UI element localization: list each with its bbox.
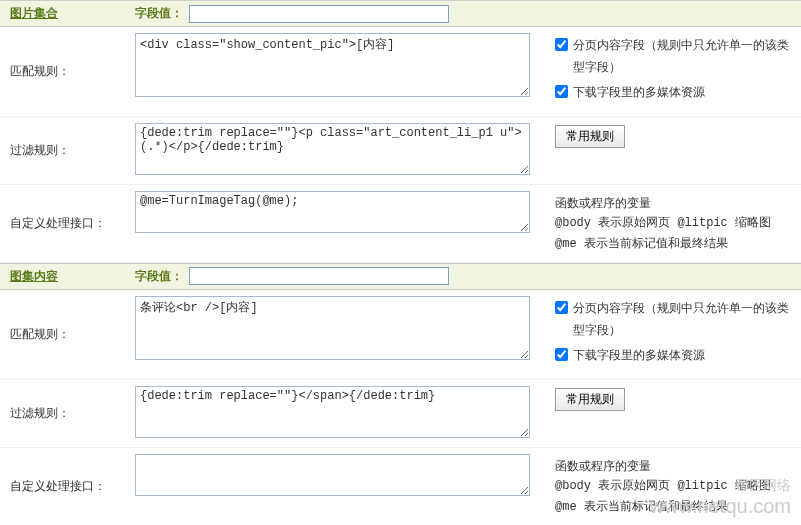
custom-handler-row: 自定义处理接口： 函数或程序的变量 @body 表示原始网页 @litpic 缩… — [0, 448, 801, 525]
filter-rule-textarea[interactable] — [135, 386, 530, 438]
page-content-field-checkbox[interactable] — [555, 38, 568, 51]
filter-rule-content — [135, 117, 535, 184]
custom-handler-label: 自定义处理接口： — [0, 185, 135, 262]
custom-handler-row: 自定义处理接口： 函数或程序的变量 @body 表示原始网页 @litpic 缩… — [0, 185, 801, 263]
match-rule-row: 匹配规则： 分页内容字段（规则中只允许单一的该类型字段） 下载字段里的多媒体资源 — [0, 290, 801, 380]
help-line-1: @body 表示原始网页 @litpic 缩略图 — [555, 213, 791, 233]
help-title: 函数或程序的变量 — [555, 193, 791, 213]
field-value-label: 字段值： — [135, 5, 183, 22]
field-value-input[interactable] — [189, 5, 449, 23]
custom-handler-content — [135, 448, 535, 525]
download-media-checkbox[interactable] — [555, 85, 568, 98]
field-value-input[interactable] — [189, 267, 449, 285]
section-header: 图集内容 字段值： — [0, 264, 801, 290]
page-content-field-row: 分页内容字段（规则中只允许单一的该类型字段） — [555, 35, 791, 78]
download-media-label: 下载字段里的多媒体资源 — [573, 345, 705, 367]
filter-rule-textarea[interactable] — [135, 123, 530, 175]
help-line-1: @body 表示原始网页 @litpic 缩略图 — [555, 476, 791, 496]
field-value-label: 字段值： — [135, 268, 183, 285]
common-rules-button[interactable]: 常用规则 — [555, 388, 625, 411]
section-header: 图片集合 字段值： — [0, 1, 801, 27]
filter-rule-row: 过滤规则： 常用规则 — [0, 117, 801, 185]
match-rule-label: 匹配规则： — [0, 290, 135, 379]
filter-rule-label: 过滤规则： — [0, 117, 135, 184]
page-content-field-label: 分页内容字段（规则中只允许单一的该类型字段） — [573, 35, 791, 78]
help-line-2: @me 表示当前标记值和最终结果 — [555, 234, 791, 254]
custom-handler-textarea[interactable] — [135, 454, 530, 496]
match-rule-content — [135, 290, 535, 379]
page-content-field-row: 分页内容字段（规则中只允许单一的该类型字段） — [555, 298, 791, 341]
match-rule-row: 匹配规则： 分页内容字段（规则中只允许单一的该类型字段） 下载字段里的多媒体资源 — [0, 27, 801, 117]
download-media-checkbox[interactable] — [555, 348, 568, 361]
common-rules-button[interactable]: 常用规则 — [555, 125, 625, 148]
match-rule-content — [135, 27, 535, 116]
download-media-label: 下载字段里的多媒体资源 — [573, 82, 705, 104]
section-gallery-content: 图集内容 字段值： 匹配规则： 分页内容字段（规则中只允许单一的该类型字段） 下… — [0, 263, 801, 525]
match-rule-textarea[interactable] — [135, 33, 530, 97]
custom-handler-content — [135, 185, 535, 262]
match-rule-textarea[interactable] — [135, 296, 530, 360]
page-content-field-checkbox[interactable] — [555, 301, 568, 314]
filter-rule-side: 常用规则 — [535, 380, 801, 447]
section-title: 图片集合 — [0, 5, 135, 22]
filter-rule-label: 过滤规则： — [0, 380, 135, 447]
help-line-2: @me 表示当前标记值和最终结果 — [555, 497, 791, 517]
filter-rule-side: 常用规则 — [535, 117, 801, 184]
section-image-collection: 图片集合 字段值： 匹配规则： 分页内容字段（规则中只允许单一的该类型字段） 下… — [0, 0, 801, 263]
filter-rule-row: 过滤规则： 常用规则 — [0, 380, 801, 448]
custom-handler-label: 自定义处理接口： — [0, 448, 135, 525]
page-content-field-label: 分页内容字段（规则中只允许单一的该类型字段） — [573, 298, 791, 341]
custom-handler-help: 函数或程序的变量 @body 表示原始网页 @litpic 缩略图 @me 表示… — [535, 185, 801, 262]
match-rule-label: 匹配规则： — [0, 27, 135, 116]
help-title: 函数或程序的变量 — [555, 456, 791, 476]
custom-handler-help: 函数或程序的变量 @body 表示原始网页 @litpic 缩略图 @me 表示… — [535, 448, 801, 525]
match-rule-side: 分页内容字段（规则中只允许单一的该类型字段） 下载字段里的多媒体资源 — [535, 27, 801, 116]
match-rule-side: 分页内容字段（规则中只允许单一的该类型字段） 下载字段里的多媒体资源 — [535, 290, 801, 379]
download-media-row: 下载字段里的多媒体资源 — [555, 82, 791, 104]
section-title: 图集内容 — [0, 268, 135, 285]
filter-rule-content — [135, 380, 535, 447]
custom-handler-textarea[interactable] — [135, 191, 530, 233]
download-media-row: 下载字段里的多媒体资源 — [555, 345, 791, 367]
